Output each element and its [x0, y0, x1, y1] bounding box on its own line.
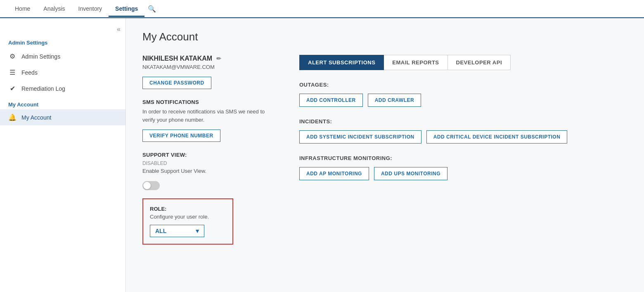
- verify-phone-button[interactable]: VERIFY PHONE NUMBER: [142, 130, 220, 142]
- user-email: NKATAKAM@VMWARE.COM: [142, 64, 275, 70]
- search-icon[interactable]: 🔍: [148, 5, 156, 13]
- sidebar-admin-settings-label: Admin Settings: [21, 53, 60, 60]
- toggle-knob: [143, 182, 151, 189]
- outages-btn-row: ADD CONTROLLER ADD CRAWLER: [299, 94, 627, 107]
- incidents-section: INCIDENTS: ADD SYSTEMIC INCIDENT SUBSCRI…: [299, 118, 627, 144]
- outages-title: OUTAGES:: [299, 82, 627, 88]
- top-nav: Home Analysis Inventory Settings 🔍: [0, 0, 644, 18]
- sidebar-collapse[interactable]: «: [0, 22, 125, 36]
- sidebar-feeds-label: Feeds: [21, 69, 38, 76]
- tab-alert-subscriptions[interactable]: ALERT SUBSCRIPTIONS: [299, 55, 384, 70]
- main-content: My Account NIKHILESH KATAKAM ✏ NKATAKAM@…: [126, 18, 644, 292]
- toggle-switch[interactable]: [142, 181, 160, 190]
- tabs: ALERT SUBSCRIPTIONS EMAIL REPORTS DEVELO…: [299, 55, 627, 70]
- sidebar-item-remediation-log[interactable]: ✔ Remediation Log: [0, 80, 125, 97]
- left-column: NIKHILESH KATAKAM ✏ NKATAKAM@VMWARE.COM …: [142, 55, 275, 245]
- sms-section-label: SMS NOTIFICATIONS: [142, 99, 275, 105]
- feeds-icon: ☰: [8, 68, 17, 76]
- collapse-button[interactable]: «: [117, 26, 121, 33]
- add-ups-monitoring-button[interactable]: ADD UPS MONITORING: [374, 167, 447, 180]
- support-view-toggle[interactable]: [142, 181, 275, 190]
- sidebar-item-feeds[interactable]: ☰ Feeds: [0, 64, 125, 80]
- bell-icon: 🔔: [8, 113, 17, 121]
- add-ap-monitoring-button[interactable]: ADD AP MONITORING: [299, 167, 369, 180]
- sms-section-desc: In order to receive notifications via SM…: [142, 108, 275, 124]
- gear-icon: ⚙: [8, 52, 17, 60]
- role-desc: Configure your user role.: [150, 214, 226, 220]
- my-account-section-title: My Account: [0, 97, 125, 109]
- support-view-status: DISABLED: [142, 160, 275, 166]
- add-controller-button[interactable]: ADD CONTROLLER: [299, 94, 363, 107]
- nav-home[interactable]: Home: [8, 0, 37, 17]
- add-systemic-incident-button[interactable]: ADD SYSTEMIC INCIDENT SUBSCRIPTION: [299, 130, 421, 144]
- layout: « Admin Settings ⚙ Admin Settings ☰ Feed…: [0, 18, 644, 292]
- check-icon: ✔: [8, 85, 17, 92]
- add-crawler-button[interactable]: ADD CRAWLER: [368, 94, 421, 107]
- change-password-button[interactable]: CHANGE PASSWORD: [142, 77, 211, 89]
- page-title: My Account: [142, 31, 627, 43]
- user-name: NIKHILESH KATAKAM ✏: [142, 55, 275, 62]
- infrastructure-btn-row: ADD AP MONITORING ADD UPS MONITORING: [299, 167, 627, 180]
- support-view-label: SUPPORT VIEW:: [142, 152, 275, 158]
- incidents-title: INCIDENTS:: [299, 118, 627, 125]
- infrastructure-section: INFRASTRUCTURE MONITORING: ADD AP MONITO…: [299, 155, 627, 180]
- content-columns: NIKHILESH KATAKAM ✏ NKATAKAM@VMWARE.COM …: [142, 55, 627, 245]
- admin-settings-title: Admin Settings: [0, 36, 125, 48]
- role-label: ROLE:: [150, 206, 226, 212]
- sidebar-my-account-label: My Account: [21, 114, 51, 121]
- infrastructure-title: INFRASTRUCTURE MONITORING:: [299, 155, 627, 161]
- tab-developer-api[interactable]: DEVELOPER API: [448, 55, 511, 70]
- sidebar-item-my-account[interactable]: 🔔 My Account: [0, 109, 125, 125]
- sidebar-remediation-label: Remediation Log: [21, 85, 65, 92]
- nav-analysis[interactable]: Analysis: [37, 0, 71, 17]
- sidebar-item-admin-settings[interactable]: ⚙ Admin Settings: [0, 48, 125, 64]
- sidebar: « Admin Settings ⚙ Admin Settings ☰ Feed…: [0, 18, 126, 292]
- outages-section: OUTAGES: ADD CONTROLLER ADD CRAWLER: [299, 82, 627, 107]
- support-view-desc: Enable Support User View.: [142, 167, 275, 175]
- nav-inventory[interactable]: Inventory: [72, 0, 109, 17]
- incidents-btn-row: ADD SYSTEMIC INCIDENT SUBSCRIPTION ADD C…: [299, 130, 627, 144]
- right-column: ALERT SUBSCRIPTIONS EMAIL REPORTS DEVELO…: [299, 55, 627, 245]
- edit-icon[interactable]: ✏: [216, 55, 221, 62]
- tab-email-reports[interactable]: EMAIL REPORTS: [384, 55, 447, 70]
- role-box: ROLE: Configure your user role. ALL ADMI…: [142, 198, 233, 245]
- nav-settings[interactable]: Settings: [109, 0, 144, 17]
- user-name-text: NIKHILESH KATAKAM: [142, 55, 212, 62]
- role-select[interactable]: ALL ADMIN USER READ-ONLY: [150, 225, 204, 237]
- role-select-wrapper: ALL ADMIN USER READ-ONLY ▼: [150, 225, 204, 237]
- add-critical-device-incident-button[interactable]: ADD CRITICAL DEVICE INCIDENT SUBSCRIPTIO…: [426, 130, 568, 144]
